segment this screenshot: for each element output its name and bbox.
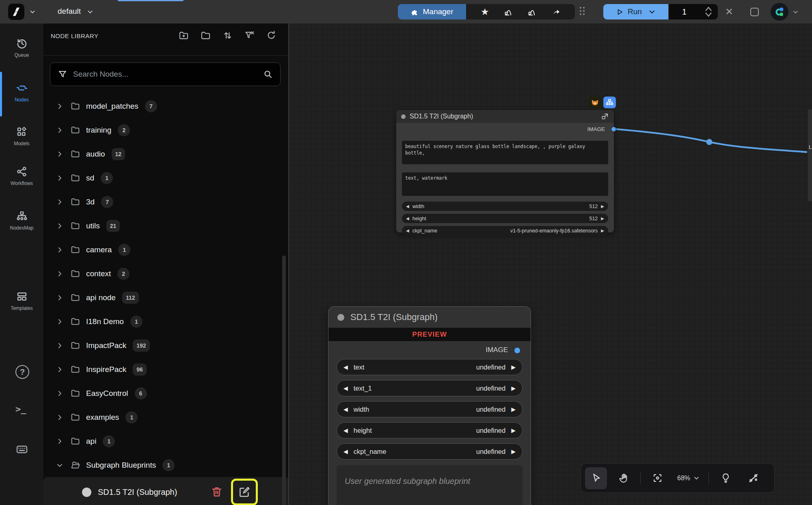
tree-folder-row[interactable]: api node112	[43, 286, 289, 309]
edit-blueprint-icon[interactable]	[238, 486, 251, 498]
tree-folder-row[interactable]: ImpactPack192	[43, 333, 289, 357]
sidebar-item-models[interactable]: Models	[0, 126, 43, 146]
refresh-icon[interactable]	[266, 30, 277, 41]
positive-prompt-textarea[interactable]: beautiful scenery nature glass bottle la…	[402, 141, 608, 164]
increment-arrow-icon[interactable]: ▶	[601, 229, 604, 233]
tree-folder-row[interactable]: utils21	[43, 214, 289, 238]
image-output-socket[interactable]	[611, 127, 616, 132]
blueprint-preview-node[interactable]: SD1.5 T2I (Subgraph) PREVIEW IMAGE ◀text…	[328, 306, 531, 505]
widget-row-text[interactable]: ◀textundefined▶	[337, 359, 523, 375]
increment-count-icon[interactable]	[703, 6, 714, 12]
toggle-minimap-lightbulb-button[interactable]	[715, 467, 736, 489]
subgraph-badge-icon[interactable]	[603, 97, 616, 108]
toolbar-drag-handle[interactable]	[580, 7, 586, 17]
help-icon[interactable]: ?	[15, 365, 29, 379]
manager-button[interactable]: Manager	[398, 4, 466, 19]
sidebar-item-queue[interactable]: Queue	[0, 37, 43, 58]
close-icon[interactable]: ✕	[724, 7, 734, 17]
sidebar-item-templates[interactable]: Templates	[0, 290, 43, 311]
delete-blueprint-icon[interactable]	[211, 485, 223, 498]
folder-icon[interactable]	[200, 30, 211, 41]
panel-scrollbar[interactable]	[282, 256, 286, 505]
graph-canvas[interactable]: SD1.5 T2I (Subgraph) IMAGE beautiful sce…	[289, 24, 812, 505]
tree-folder-row[interactable]: camera1	[43, 238, 289, 262]
increment-arrow-icon[interactable]: ▶	[601, 204, 604, 208]
tree-folder-row[interactable]: api1	[43, 429, 289, 453]
sidebar-item-nodes[interactable]: Nodes	[0, 82, 43, 103]
node-header[interactable]: SD1.5 T2I (Subgraph)	[396, 110, 614, 123]
run-options-chevron-icon[interactable]	[648, 8, 656, 15]
increment-arrow-icon[interactable]: ▶	[511, 428, 516, 433]
tree-folder-row[interactable]: examples1	[43, 405, 289, 429]
pan-tool-button[interactable]	[613, 467, 635, 489]
terminal-icon[interactable]: >_	[15, 404, 28, 417]
share-arrow-icon[interactable]	[551, 7, 561, 17]
tree-folder-row[interactable]: context2	[43, 262, 289, 286]
preview-node-header[interactable]: SD1.5 T2I (Subgraph)	[328, 307, 531, 328]
widget-row-height[interactable]: ◀height512▶	[402, 214, 608, 223]
tree-folder-row[interactable]: training2	[43, 118, 289, 142]
chevron-right-icon	[56, 438, 63, 445]
open-subgraph-icon[interactable]	[601, 112, 609, 120]
negative-prompt-textarea[interactable]: text, watermark	[402, 172, 608, 196]
widget-row-width[interactable]: ◀widthundefined▶	[337, 401, 523, 417]
tree-folder-row[interactable]: audio12	[43, 142, 289, 166]
zoom-selector[interactable]: 68%	[674, 475, 703, 482]
stop-icon[interactable]	[750, 8, 759, 16]
tree-folder-row[interactable]: 3d7	[43, 190, 289, 214]
image-output-socket[interactable]	[514, 348, 520, 353]
logo-chevron-down-icon[interactable]	[29, 9, 36, 15]
sidebar-item-nodesmap[interactable]: NodesMap	[0, 210, 43, 231]
widget-row-height[interactable]: ◀heightundefined▶	[337, 422, 523, 438]
widget-row-width[interactable]: ◀width512▶	[402, 202, 608, 211]
node-search-box[interactable]	[50, 62, 281, 86]
user-avatar[interactable]	[771, 3, 788, 21]
fox-badge-icon[interactable]	[589, 97, 601, 108]
tree-folder-row[interactable]: model_patches7	[43, 94, 289, 118]
increment-arrow-icon[interactable]: ▶	[511, 449, 516, 454]
widget-row-ckpt_name[interactable]: ◀ckpt_namev1-5-pruned-emaonly-fp16.safet…	[402, 226, 608, 235]
decrement-arrow-icon[interactable]: ◀	[406, 229, 409, 233]
vacuum-clean-alt-icon[interactable]	[527, 7, 537, 17]
tree-folder-row[interactable]: Subgraph Blueprints1	[43, 453, 289, 477]
workflow-tab-label[interactable]: default	[58, 7, 81, 16]
tree-folder-row[interactable]: I18n Demo1	[43, 309, 289, 333]
batch-count-stepper[interactable]: 1	[669, 4, 718, 19]
subgraph-node[interactable]: SD1.5 T2I (Subgraph) IMAGE beautiful sce…	[396, 110, 614, 233]
workflow-chevron-down-icon[interactable]	[87, 9, 93, 15]
increment-arrow-icon[interactable]: ▶	[601, 217, 604, 221]
vacuum-clean-icon[interactable]	[504, 7, 514, 17]
avatar-chevron-down-icon[interactable]	[793, 9, 799, 15]
increment-arrow-icon[interactable]: ▶	[511, 406, 516, 412]
search-input[interactable]	[73, 70, 257, 79]
sort-icon[interactable]	[222, 30, 233, 41]
sidebar-item-workflows[interactable]: Workflows	[0, 165, 43, 186]
select-tool-button[interactable]	[585, 467, 607, 489]
tree-folder-row[interactable]: EasyControl6	[43, 381, 289, 405]
decrement-arrow-icon[interactable]: ◀	[343, 364, 348, 370]
decrement-arrow-icon[interactable]: ◀	[343, 406, 348, 412]
comfyui-logo-button[interactable]	[8, 4, 24, 20]
keyboard-shortcuts-icon[interactable]	[15, 443, 28, 456]
filter-off-icon[interactable]	[244, 30, 255, 41]
decrement-arrow-icon[interactable]: ◀	[406, 217, 409, 221]
toggle-links-visibility-button[interactable]	[742, 467, 764, 489]
new-folder-icon[interactable]	[178, 30, 189, 41]
increment-arrow-icon[interactable]: ▶	[511, 364, 516, 370]
active-tab-indicator	[118, 0, 184, 1]
tree-folder-row[interactable]: sd1	[43, 166, 289, 190]
increment-arrow-icon[interactable]: ▶	[511, 385, 516, 391]
fit-view-button[interactable]	[646, 467, 668, 489]
decrement-arrow-icon[interactable]: ◀	[343, 428, 348, 433]
decrement-arrow-icon[interactable]: ◀	[343, 385, 348, 391]
blueprint-list-item[interactable]: SD1.5 T2I (Subgraph)	[43, 477, 289, 505]
star-icon[interactable]: ★	[480, 7, 490, 17]
decrement-arrow-icon[interactable]: ◀	[406, 204, 409, 208]
folder-icon	[70, 292, 80, 303]
run-button[interactable]: Run	[603, 4, 668, 19]
widget-row-text_1[interactable]: ◀text_1undefined▶	[337, 380, 523, 396]
tree-folder-row[interactable]: InspirePack96	[43, 357, 289, 381]
widget-row-ckpt_name[interactable]: ◀ckpt_nameundefined▶	[337, 443, 523, 460]
decrement-arrow-icon[interactable]: ◀	[343, 449, 348, 454]
decrement-count-icon[interactable]	[703, 12, 714, 18]
